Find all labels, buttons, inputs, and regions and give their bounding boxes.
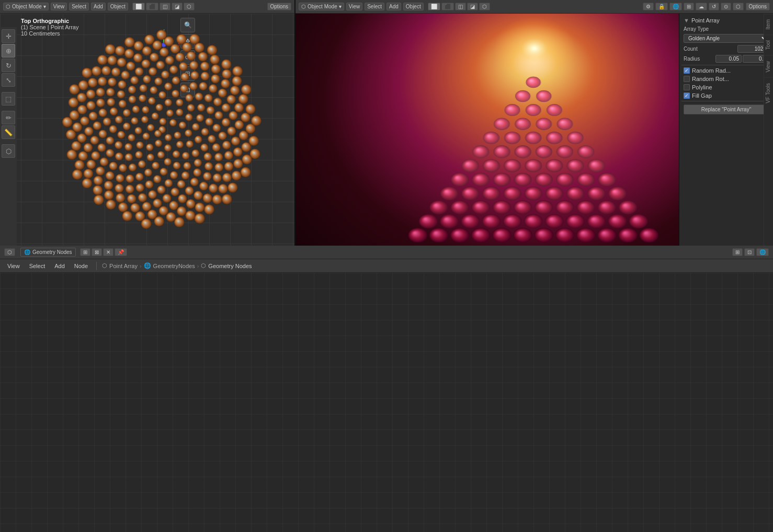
count-label: Count: [684, 46, 698, 52]
add-menu-nodes[interactable]: Add: [51, 262, 68, 270]
node-canvas[interactable]: ▼ Named Attribute Attribute Float Name: [0, 273, 773, 532]
radius-row: Radius: [681, 54, 771, 64]
properties-panel: ▼ Point Array Array Type Golden Angle Co…: [679, 14, 773, 246]
view-menu-nodes[interactable]: View: [4, 262, 23, 270]
render-settings-6[interactable]: ↺: [709, 3, 719, 10]
viewport-icon-3[interactable]: ◫: [160, 3, 170, 10]
mode-label-right: Object Mode: [308, 4, 337, 9]
node-editor-right-3[interactable]: 🌐: [756, 248, 769, 256]
node-editor-close-btn[interactable]: ✕: [103, 248, 113, 256]
transform-tool[interactable]: ⬚: [2, 92, 15, 106]
add-menu-left[interactable]: Add: [91, 3, 106, 10]
right-side-tabs: Item Tool View VF Tools: [764, 14, 773, 246]
render-icon-1[interactable]: ⬜: [428, 3, 440, 10]
props-panel-title: Point Array: [691, 17, 720, 24]
select-menu-right[interactable]: Select: [365, 3, 384, 10]
add-menu-right[interactable]: Add: [386, 3, 401, 10]
node-editor-copy-btn[interactable]: ⊞: [80, 248, 90, 256]
scale-tool[interactable]: ⤡: [2, 73, 15, 87]
viewport-icon-2[interactable]: ⬛: [146, 3, 158, 10]
viewport-right[interactable]: ⬡ Object Mode ▾ View Select Add Object ⬜…: [295, 0, 773, 246]
measure-tool[interactable]: 📏: [2, 125, 15, 139]
node-editor-icon-1[interactable]: ⬡: [4, 248, 15, 256]
vf-tools-tab[interactable]: VF Tools: [764, 77, 773, 109]
breadcrumb: ⬡ Point Array › 🌐 GeometryNodes › ⬡ Geom…: [102, 262, 252, 269]
random-rot-checkbox[interactable]: [684, 76, 690, 82]
node-editor-right-1[interactable]: ⊞: [732, 248, 743, 256]
options-btn-left[interactable]: Options: [267, 3, 291, 10]
rotate-tool[interactable]: ↻: [2, 59, 15, 72]
left-toolbar: ⬡ Object Mode ▾ View Select Add Object ⬜…: [0, 0, 294, 14]
left-viewport-content[interactable]: ✛ ⊕ ↻ ⤡ ⬚ ✏ 📏 ⬡ Top Orthographic (1) Sce…: [0, 14, 294, 246]
fill-gap-checkbox[interactable]: ✓: [684, 92, 690, 99]
node-editor: ⬡ 🌐 Geometry Nodes ⊞ ⊠ ✕ 📌 ⊞ ⊡ 🌐 View Se…: [0, 246, 773, 532]
view-menu-right[interactable]: View: [346, 3, 363, 10]
mode-label-left: Object Mode: [12, 4, 42, 9]
viewport-icon-5[interactable]: ⬡: [184, 3, 195, 10]
geometry-nodes-selector[interactable]: 🌐 Geometry Nodes: [20, 248, 76, 257]
random-rad-checkbox[interactable]: ✓: [684, 67, 690, 74]
render-icon-4[interactable]: ◪: [467, 3, 478, 10]
render-icon-2[interactable]: ⬛: [441, 3, 454, 10]
array-type-select[interactable]: Golden Angle: [684, 34, 769, 43]
polyline-label: Polyline: [692, 84, 712, 90]
select-menu-left[interactable]: Select: [69, 3, 89, 10]
object-mode-dropdown-right[interactable]: ⬡ Object Mode ▾: [299, 3, 344, 10]
viewport-icon-1[interactable]: ⬜: [132, 3, 145, 10]
select-menu-nodes[interactable]: Select: [26, 262, 49, 270]
node-editor-title: Geometry Nodes: [32, 249, 72, 255]
replace-btn[interactable]: Replace "Point Array": [684, 105, 769, 114]
annotate-tool[interactable]: ✏: [2, 111, 15, 124]
add-label: Add: [94, 4, 103, 9]
add-label-right: Add: [389, 4, 399, 9]
node-editor-toolbar: ⬡ 🌐 Geometry Nodes ⊞ ⊠ ✕ 📌 ⊞ ⊡ 🌐: [0, 246, 773, 259]
render-settings-7[interactable]: ⊙: [721, 3, 731, 10]
breadcrumb-part3[interactable]: Geometry Nodes: [208, 263, 252, 269]
object-mode-dropdown-left[interactable]: ⬡ Object Mode ▾: [3, 3, 49, 10]
render-settings-5[interactable]: ☁: [696, 3, 707, 10]
viewport-title: Top Orthographic: [21, 18, 78, 24]
right-toolbar: ⬡ Object Mode ▾ View Select Add Object ⬜…: [295, 0, 773, 14]
node-menu-nodes[interactable]: Node: [71, 262, 91, 270]
breadcrumb-sep1: ›: [140, 263, 142, 269]
move-tool[interactable]: ⊕: [2, 44, 15, 57]
object-menu-left[interactable]: Object: [108, 3, 128, 10]
radius-label: Radius: [684, 56, 700, 62]
item-tab[interactable]: Item: [764, 14, 773, 34]
node-grid: [0, 273, 773, 532]
random-rot-row: Random Rot...: [681, 75, 771, 83]
node-editor-pin-btn[interactable]: 📌: [115, 248, 127, 256]
view-tab[interactable]: View: [764, 55, 773, 78]
sphere-canvas: [58, 25, 267, 234]
breadcrumb-part2[interactable]: GeometryNodes: [153, 263, 195, 269]
view-label-right: View: [349, 4, 360, 9]
tool-tab[interactable]: Tool: [764, 34, 773, 55]
view-label: View: [53, 4, 65, 9]
cursor-tool[interactable]: ✛: [2, 29, 15, 43]
breadcrumb-part1[interactable]: Point Array: [109, 263, 138, 269]
count-row: Count: [681, 44, 771, 54]
random-rad-label: Random Rad...: [692, 67, 731, 74]
render-settings-4[interactable]: ⊞: [684, 3, 694, 10]
random-rot-label: Random Rot...: [692, 76, 729, 82]
object-menu-right[interactable]: Object: [403, 3, 424, 10]
object-tool[interactable]: ⬡: [2, 144, 15, 158]
breadcrumb-sep2: ›: [197, 263, 199, 269]
render-icon-3[interactable]: ◫: [455, 3, 466, 10]
render-settings-2[interactable]: 🔒: [655, 3, 668, 10]
fill-gap-label: Fill Gap: [692, 92, 712, 99]
render-settings-3[interactable]: 🌐: [669, 3, 682, 10]
options-btn-right[interactable]: Options: [746, 3, 770, 10]
render-settings-1[interactable]: ⚙: [643, 3, 654, 10]
array-type-label: Array Type: [684, 26, 709, 32]
props-title: ▼ Point Array: [681, 16, 771, 25]
polyline-checkbox[interactable]: [684, 84, 690, 90]
viewport-left[interactable]: ⬡ Object Mode ▾ View Select Add Object ⬜…: [0, 0, 295, 246]
node-editor-link-btn[interactable]: ⊠: [92, 248, 102, 256]
viewport-icon-4[interactable]: ◪: [172, 3, 183, 10]
view-menu-left[interactable]: View: [51, 3, 67, 10]
render-settings-8[interactable]: ⬡: [733, 3, 744, 10]
render-icon-5[interactable]: ⬡: [479, 3, 490, 10]
radius-input-1[interactable]: [715, 55, 742, 63]
node-editor-right-2[interactable]: ⊡: [744, 248, 755, 256]
